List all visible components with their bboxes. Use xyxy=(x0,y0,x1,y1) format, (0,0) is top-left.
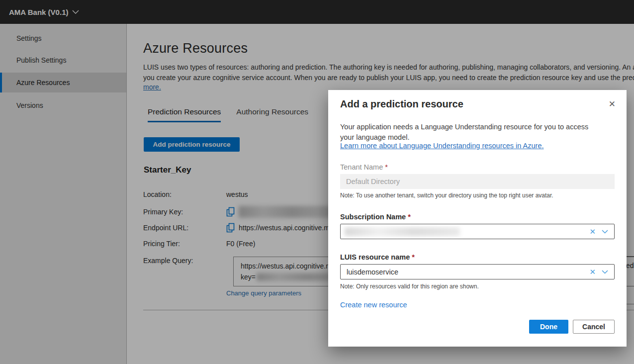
dialog-title: Add a prediction resource xyxy=(340,98,463,110)
create-new-resource-link[interactable]: Create new resource xyxy=(340,301,407,309)
chevron-down-icon[interactable] xyxy=(601,270,614,274)
luis-resource-name-input[interactable] xyxy=(341,268,584,276)
luis-resource-name-label: LUIS resource name* xyxy=(340,253,415,261)
clear-icon[interactable]: ✕ xyxy=(584,268,601,276)
learn-more-link[interactable]: Learn more about Language Understanding … xyxy=(340,142,544,150)
close-icon[interactable]: ✕ xyxy=(609,100,616,108)
redacted-subscription-value xyxy=(345,227,460,236)
required-asterisk: * xyxy=(412,253,415,261)
tenant-note: Note: To use another tenant, switch your… xyxy=(340,192,553,199)
luis-resource-name-combobox[interactable]: ✕ xyxy=(340,264,615,279)
required-asterisk: * xyxy=(385,163,388,171)
done-button[interactable]: Done xyxy=(529,320,568,334)
tenant-name-label: Tenant Name* xyxy=(340,163,388,171)
luis-app-window: AMA Bank (V0.1) Settings Publish Setting… xyxy=(0,0,634,364)
subscription-name-label-text: Subscription Name xyxy=(340,213,406,221)
clear-icon[interactable]: ✕ xyxy=(584,227,601,236)
dialog-description: Your application needs a Language Unders… xyxy=(340,122,601,143)
add-prediction-resource-dialog: Add a prediction resource ✕ Your applica… xyxy=(328,90,627,347)
luis-resource-name-label-text: LUIS resource name xyxy=(340,253,410,261)
luis-resource-note: Note: Only resources valid for this regi… xyxy=(340,283,479,290)
subscription-name-label: Subscription Name* xyxy=(340,213,411,221)
tenant-name-label-text: Tenant Name xyxy=(340,163,383,171)
required-asterisk: * xyxy=(408,213,411,221)
subscription-name-combobox[interactable]: ✕ xyxy=(340,224,615,239)
cancel-button[interactable]: Cancel xyxy=(573,320,615,334)
tenant-name-input xyxy=(340,174,615,189)
chevron-down-icon[interactable] xyxy=(601,230,614,234)
